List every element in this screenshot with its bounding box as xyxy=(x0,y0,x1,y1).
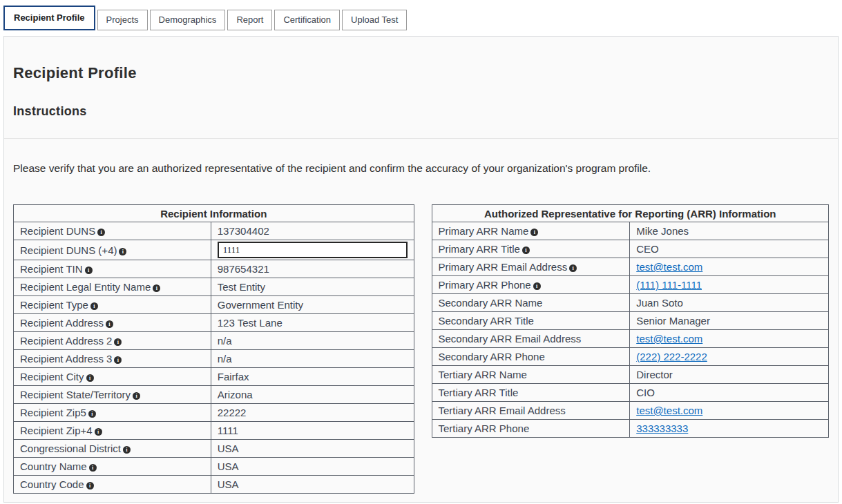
row-value: Fairfax xyxy=(211,368,414,386)
row-label: Recipient DUNSi xyxy=(14,222,211,240)
tab-bar: Recipient ProfileProjectsDemographicsRep… xyxy=(0,0,842,30)
primary-arr-email-address-link[interactable]: test@test.com xyxy=(636,261,702,273)
instructions-heading: Instructions xyxy=(13,104,829,119)
row-value: (111) 111-1111 xyxy=(630,276,829,294)
row-label: Secondary ARR Email Address xyxy=(432,330,630,348)
row-label: Recipient DUNS (+4)i xyxy=(14,240,211,260)
page-title: Recipient Profile xyxy=(13,64,829,82)
table-row: Recipient DUNSi137304402 xyxy=(14,222,414,240)
info-icon[interactable]: i xyxy=(114,338,122,346)
tables-container: Recipient Information Recipient DUNSi137… xyxy=(13,204,829,494)
info-icon[interactable]: i xyxy=(533,282,541,290)
row-value: 123 Test Lane xyxy=(211,314,414,332)
table-row: Country CodeiUSA xyxy=(14,476,414,494)
row-value: test@test.com xyxy=(630,258,829,276)
table-row: Recipient Address 2in/a xyxy=(14,332,414,350)
tab-recipient-profile[interactable]: Recipient Profile xyxy=(3,6,95,30)
row-value: USA xyxy=(211,458,414,476)
tab-report[interactable]: Report xyxy=(227,10,272,30)
verify-text: Please verify that you are an authorized… xyxy=(13,162,829,175)
row-value: n/a xyxy=(211,350,414,368)
table-row: Recipient Legal Entity NameiTest Entity xyxy=(14,278,414,296)
tab-demographics[interactable]: Demographics xyxy=(150,10,226,30)
row-value: Mike Jones xyxy=(630,222,829,240)
table-row: Primary ARR NameiMike Jones xyxy=(432,222,829,240)
row-value: USA xyxy=(211,476,414,494)
table-row: Recipient DUNS (+4)i xyxy=(14,240,414,260)
row-label: Secondary ARR Phone xyxy=(432,348,630,366)
info-icon[interactable]: i xyxy=(106,320,113,328)
row-value: Test Entity xyxy=(211,278,414,296)
table-row: Recipient CityiFairfax xyxy=(14,368,414,386)
table-header-row: Recipient Information xyxy=(14,205,414,222)
row-value: test@test.com xyxy=(630,402,829,420)
info-icon[interactable]: i xyxy=(522,246,530,254)
tab-upload-test[interactable]: Upload Test xyxy=(342,10,407,30)
table-row: Recipient TypeiGovernment Entity xyxy=(14,296,414,314)
row-label: Recipient State/Territoryi xyxy=(14,386,211,404)
table-row: Secondary ARR TitleSenior Manager xyxy=(432,312,829,330)
recipient-duns-4-input[interactable] xyxy=(218,242,408,258)
secondary-arr-email-address-link[interactable]: test@test.com xyxy=(636,333,702,345)
tertiary-arr-phone-link[interactable]: 333333333 xyxy=(636,423,688,434)
table-row: Recipient State/TerritoryiArizona xyxy=(14,386,414,404)
row-label: Country Codei xyxy=(14,476,211,494)
row-label: Congressional Districti xyxy=(14,440,211,458)
table-row: Tertiary ARR NameDirector xyxy=(432,366,829,384)
row-label: Primary ARR Email Addressi xyxy=(432,258,630,276)
table-row: Primary ARR TitleiCEO xyxy=(432,240,829,258)
row-label: Country Namei xyxy=(14,458,211,476)
info-icon[interactable]: i xyxy=(88,410,96,418)
row-value: CEO xyxy=(630,240,829,258)
row-value: CIO xyxy=(630,384,829,402)
row-label: Primary ARR Namei xyxy=(432,222,630,240)
row-label: Tertiary ARR Name xyxy=(432,366,630,384)
primary-arr-phone-link[interactable]: (111) 111-1111 xyxy=(636,279,702,291)
row-value: Director xyxy=(630,366,829,384)
row-label: Recipient Address 2i xyxy=(14,332,211,350)
table-row: Recipient Address 3in/a xyxy=(14,350,414,368)
table-row: Primary ARR Email Addressitest@test.com xyxy=(432,258,829,276)
info-icon[interactable]: i xyxy=(153,284,160,292)
info-icon[interactable]: i xyxy=(123,446,131,454)
table-row: Secondary ARR NameJuan Soto xyxy=(432,294,829,312)
table-row: Secondary ARR Phone(222) 222-2222 xyxy=(432,348,829,366)
info-icon[interactable]: i xyxy=(86,374,94,382)
info-icon[interactable]: i xyxy=(133,392,140,400)
row-label: Primary ARR Titlei xyxy=(432,240,630,258)
divider xyxy=(4,138,838,139)
secondary-arr-phone-link[interactable]: (222) 222-2222 xyxy=(636,351,707,362)
row-value: Juan Soto xyxy=(630,294,829,312)
info-icon[interactable]: i xyxy=(530,229,538,236)
info-icon[interactable]: i xyxy=(95,428,102,436)
row-value: 333333333 xyxy=(630,420,829,438)
info-icon[interactable]: i xyxy=(569,264,577,272)
tertiary-arr-email-address-link[interactable]: test@test.com xyxy=(636,405,702,416)
info-icon[interactable]: i xyxy=(114,356,122,364)
recipient-table-header: Recipient Information xyxy=(14,205,414,222)
arr-information-table: Authorized Representative for Reporting … xyxy=(432,204,830,438)
recipient-table-body: Recipient DUNSi137304402Recipient DUNS (… xyxy=(14,222,414,494)
table-row: Recipient Addressi123 Test Lane xyxy=(14,314,414,332)
row-value: n/a xyxy=(211,332,414,350)
row-label: Tertiary ARR Title xyxy=(432,384,630,402)
info-icon[interactable]: i xyxy=(97,229,105,236)
tab-certification[interactable]: Certification xyxy=(274,10,340,30)
row-value xyxy=(211,240,414,260)
row-label: Tertiary ARR Email Address xyxy=(432,402,630,420)
info-icon[interactable]: i xyxy=(90,302,98,310)
info-icon[interactable]: i xyxy=(86,482,94,490)
table-row: Country NameiUSA xyxy=(14,458,414,476)
tab-projects[interactable]: Projects xyxy=(97,10,148,30)
row-value: Senior Manager xyxy=(630,312,829,330)
info-icon[interactable]: i xyxy=(119,248,126,255)
info-icon[interactable]: i xyxy=(89,464,97,472)
row-label: Recipient Typei xyxy=(14,296,211,314)
info-icon[interactable]: i xyxy=(85,266,93,274)
row-value: Arizona xyxy=(211,386,414,404)
row-label: Primary ARR Phonei xyxy=(432,276,630,294)
table-row: Secondary ARR Email Addresstest@test.com xyxy=(432,330,829,348)
table-row: Recipient Zip5i22222 xyxy=(14,404,414,422)
arr-table-header: Authorized Representative for Reporting … xyxy=(432,205,829,222)
table-row: Tertiary ARR Email Addresstest@test.com xyxy=(432,402,829,420)
